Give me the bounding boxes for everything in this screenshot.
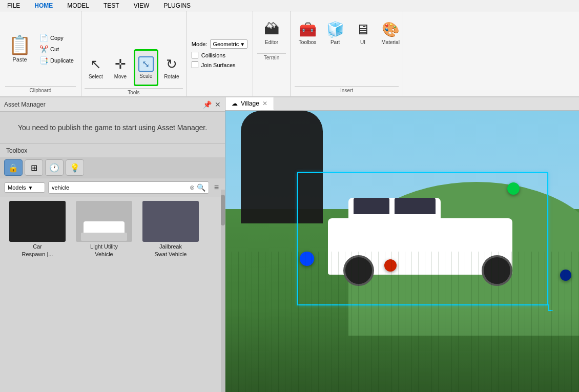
toolbox-button[interactable]: 🧰 Toolbox bbox=[295, 14, 320, 51]
result-name-car-respawn: CarRespawn |... bbox=[22, 243, 53, 258]
cut-label: Cut bbox=[50, 46, 59, 52]
copy-button[interactable]: 📄 Copy bbox=[37, 33, 76, 43]
search-input[interactable] bbox=[52, 184, 188, 191]
rotate-button[interactable]: ↻ Rotate bbox=[160, 49, 183, 86]
results-grid: CarRespawn |... Light UtilityVehicle Jai… bbox=[0, 197, 225, 262]
insert-label: Insert bbox=[295, 86, 399, 93]
mode-value: Geometric bbox=[213, 41, 239, 47]
ui-icon: 🖥 bbox=[356, 21, 370, 38]
paste-button[interactable]: 📋 Paste bbox=[5, 14, 34, 84]
handle-blue-left[interactable] bbox=[300, 252, 314, 266]
duplicate-icon: 📑 bbox=[39, 56, 48, 65]
copy-icon: 📄 bbox=[39, 34, 48, 42]
menu-view[interactable]: VIEW bbox=[131, 1, 153, 10]
paste-label: Paste bbox=[12, 56, 27, 63]
result-name-light-utility: Light UtilityVehicle bbox=[90, 243, 118, 258]
part-button[interactable]: 🧊 Part bbox=[322, 14, 348, 51]
editor-icon: 🏔 bbox=[264, 20, 279, 38]
ui-label: UI bbox=[360, 39, 365, 45]
copy-label: Copy bbox=[50, 35, 64, 41]
truck-wheel-front bbox=[343, 255, 374, 286]
move-button[interactable]: ✛ Move bbox=[109, 49, 132, 86]
truck-window-front bbox=[354, 198, 389, 214]
result-item-light-utility[interactable]: Light UtilityVehicle bbox=[71, 199, 137, 260]
menu-bar: FILE HOME MODEL TEST VIEW PLUGINS bbox=[0, 0, 579, 11]
handle-green-top[interactable] bbox=[507, 182, 520, 195]
village-tab-icon: ☁ bbox=[232, 100, 238, 107]
panel-close-button[interactable]: ✕ bbox=[215, 100, 221, 109]
paste-icon: 📋 bbox=[8, 36, 31, 54]
menu-test[interactable]: TEST bbox=[100, 1, 122, 10]
ground-shadow bbox=[225, 307, 579, 392]
move-label: Move bbox=[114, 74, 127, 79]
tools-label: Tools bbox=[85, 88, 183, 95]
menu-file[interactable]: FILE bbox=[4, 1, 23, 10]
join-surfaces-checkbox[interactable] bbox=[192, 61, 198, 68]
scale-label: Scale bbox=[139, 73, 152, 79]
cut-button[interactable]: ✂️ Cut bbox=[37, 44, 76, 54]
lock-icon: 🔒 bbox=[8, 163, 18, 173]
filter-options-icon[interactable]: ≡ bbox=[212, 182, 221, 193]
menu-home[interactable]: HOME bbox=[31, 1, 56, 10]
panel-scrollbar[interactable] bbox=[221, 190, 225, 392]
select-label: Select bbox=[89, 74, 103, 79]
ribbon: 📋 Paste 📄 Copy ✂️ Cut 📑 Duplicate Clip bbox=[0, 11, 579, 97]
main-area: Asset Manager 📌 ✕ You need to publish th… bbox=[0, 97, 579, 392]
filter-tab-grid[interactable]: ⊞ bbox=[25, 159, 43, 176]
viewport: ☁ Village ✕ bbox=[225, 97, 579, 392]
vehicle-shape bbox=[318, 198, 533, 290]
tools-group: ↖ Select ✛ Move ⤡ Scale ↻ Rotate Tools bbox=[81, 11, 187, 96]
clipboard-label: Clipboard bbox=[5, 86, 76, 93]
select-icon: ↖ bbox=[90, 56, 101, 72]
category-value: Models bbox=[8, 184, 26, 191]
mode-select[interactable]: Geometric ▼ bbox=[210, 39, 247, 49]
editor-label: Editor bbox=[265, 39, 278, 45]
filter-tab-bulb[interactable]: 💡 bbox=[66, 159, 84, 176]
select-button[interactable]: ↖ Select bbox=[85, 49, 107, 86]
rotate-icon: ↻ bbox=[166, 56, 177, 72]
category-dropdown-icon: ▼ bbox=[28, 185, 33, 191]
toolbox-btn-label: Toolbox bbox=[299, 39, 316, 45]
result-thumb-light-utility bbox=[76, 201, 132, 242]
tab-village[interactable]: ☁ Village ✕ bbox=[225, 97, 274, 110]
material-label: Material bbox=[381, 39, 400, 45]
search-row: Models ▼ ⊗ 🔍 ≡ bbox=[0, 178, 225, 197]
result-name-swat: JailbreakSwat Vehicle bbox=[155, 243, 187, 258]
clock-icon: 🕐 bbox=[49, 163, 59, 173]
grid-icon: ⊞ bbox=[31, 163, 37, 173]
menu-model[interactable]: MODEL bbox=[64, 1, 92, 10]
search-go-icon[interactable]: 🔍 bbox=[197, 183, 205, 192]
scale-button[interactable]: ⤡ Scale bbox=[134, 49, 158, 86]
ui-button[interactable]: 🖥 UI bbox=[350, 14, 376, 51]
panel-pin-button[interactable]: 📌 bbox=[203, 100, 212, 109]
result-item-car-respawn[interactable]: CarRespawn |... bbox=[4, 199, 71, 260]
scene-area[interactable]: L bbox=[225, 111, 579, 392]
menu-plugins[interactable]: PLUGINS bbox=[160, 1, 194, 10]
editor-button[interactable]: 🏔 Editor bbox=[257, 14, 286, 51]
collisions-checkbox[interactable] bbox=[192, 52, 198, 58]
result-thumb-swat bbox=[142, 201, 199, 242]
search-clear-icon[interactable]: ⊗ bbox=[190, 184, 195, 191]
move-icon: ✛ bbox=[115, 56, 126, 72]
part-icon: 🧊 bbox=[326, 21, 344, 38]
village-tab-label: Village bbox=[241, 100, 259, 107]
mode-dropdown-icon: ▼ bbox=[240, 42, 245, 47]
bulb-icon: 💡 bbox=[70, 163, 80, 173]
category-select[interactable]: Models ▼ bbox=[4, 182, 45, 193]
result-item-swat[interactable]: JailbreakSwat Vehicle bbox=[137, 199, 204, 260]
tab-close-icon[interactable]: ✕ bbox=[262, 100, 267, 107]
material-button[interactable]: 🎨 Material bbox=[378, 14, 403, 51]
panel-title: Asset Manager bbox=[4, 101, 46, 108]
duplicate-button[interactable]: 📑 Duplicate bbox=[37, 55, 76, 66]
terrain-label: Terrain bbox=[257, 53, 286, 60]
filter-tab-lock[interactable]: 🔒 bbox=[4, 159, 23, 176]
filter-tab-clock[interactable]: 🕐 bbox=[45, 159, 64, 176]
duplicate-label: Duplicate bbox=[50, 57, 74, 64]
toolbox-section-label: Toolbox bbox=[0, 143, 225, 157]
join-surfaces-row: Join Surfaces bbox=[192, 61, 247, 68]
panel-header: Asset Manager 📌 ✕ bbox=[0, 97, 225, 112]
handle-red-center[interactable] bbox=[384, 259, 397, 272]
insert-group: 🧰 Toolbox 🧊 Part 🖥 UI 🎨 Material Insert bbox=[291, 11, 403, 96]
handle-darkblue-right[interactable] bbox=[560, 270, 571, 281]
search-input-wrap: ⊗ 🔍 bbox=[48, 181, 209, 194]
